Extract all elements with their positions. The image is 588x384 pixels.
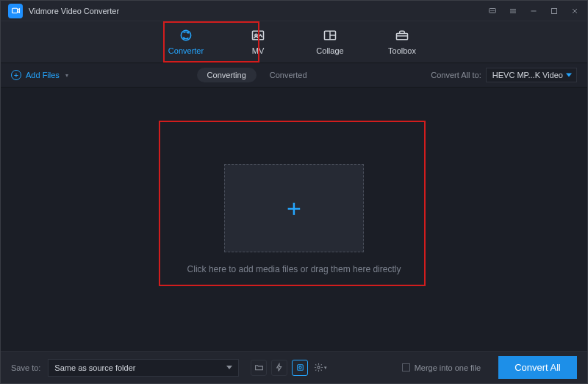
dropzone[interactable]: + Click here to add media files or drag …	[162, 164, 426, 274]
svg-point-21	[299, 366, 301, 369]
sub-bar: Add Files ▾ Converting Converted Convert…	[1, 63, 587, 88]
convert-all-to-select[interactable]: HEVC MP...K Video	[486, 68, 577, 82]
bottom-icon-group: ▾	[251, 360, 329, 376]
svg-point-2	[491, 10, 492, 11]
save-to-label: Save to:	[11, 363, 40, 372]
save-to-select[interactable]: Same as source folder	[48, 359, 239, 377]
convert-all-to: Convert All to: HEVC MP...K Video	[431, 68, 577, 82]
svg-point-3	[492, 10, 493, 11]
app-logo-icon	[8, 4, 23, 18]
feedback-icon[interactable]	[487, 6, 498, 16]
convert-all-button[interactable]: Convert All	[498, 356, 577, 379]
convert-all-to-label: Convert All to:	[431, 71, 481, 79]
sub-tabs: Converting Converted	[197, 68, 318, 82]
tab-collage[interactable]: Collage	[309, 27, 351, 63]
subtab-converting[interactable]: Converting	[197, 68, 257, 82]
main-tabs: Converter MV Collage Toolbox	[1, 21, 587, 63]
add-files-button[interactable]: Add Files ▾	[11, 70, 68, 80]
svg-rect-0	[12, 8, 17, 13]
tab-toolbox[interactable]: Toolbox	[381, 27, 423, 63]
main-area: + Click here to add media files or drag …	[1, 88, 587, 351]
svg-rect-20	[298, 365, 304, 371]
bottom-bar: Save to: Same as source folder ▾ Merge i…	[1, 351, 587, 383]
convert-all-to-value: HEVC MP...K Video	[492, 71, 563, 79]
merge-checkbox[interactable]: Merge into one file	[402, 363, 481, 372]
plus-circle-icon	[11, 70, 21, 80]
tab-mv-label: MV	[252, 46, 265, 55]
maximize-icon[interactable]	[549, 6, 559, 16]
svg-point-22	[318, 366, 320, 369]
open-folder-icon[interactable]	[251, 360, 267, 376]
add-files-label: Add Files	[26, 71, 60, 79]
app-title: Vidmore Video Converter	[29, 7, 119, 15]
hw-accel-off-icon[interactable]	[271, 360, 287, 376]
checkbox-icon	[402, 363, 410, 371]
app-window: Vidmore Video Converter Converter MV	[0, 0, 588, 384]
toolbox-icon	[394, 27, 410, 43]
titlebar: Vidmore Video Converter	[1, 1, 587, 21]
gpu-icon[interactable]	[292, 360, 308, 376]
tab-mv[interactable]: MV	[237, 27, 279, 63]
chevron-down-icon: ▾	[65, 72, 68, 79]
tab-toolbox-label: Toolbox	[388, 46, 416, 55]
window-controls	[487, 6, 580, 16]
svg-point-4	[494, 10, 495, 11]
tab-converter-label: Converter	[168, 46, 204, 55]
save-to-value: Same as source folder	[54, 363, 135, 372]
merge-label: Merge into one file	[415, 363, 481, 372]
svg-rect-9	[552, 8, 557, 13]
dropdown-triangle-icon	[226, 366, 232, 369]
tab-collage-label: Collage	[316, 46, 343, 55]
converter-icon	[178, 27, 194, 43]
svg-rect-18	[397, 34, 408, 40]
collage-icon	[322, 27, 338, 43]
close-icon[interactable]	[570, 6, 580, 16]
dropbox[interactable]: +	[224, 164, 364, 252]
dropdown-triangle-icon	[566, 74, 572, 77]
menu-icon[interactable]	[508, 6, 518, 16]
plus-icon: +	[287, 196, 301, 221]
mv-icon	[250, 27, 266, 43]
tab-converter[interactable]: Converter	[165, 27, 207, 63]
settings-gear-icon[interactable]: ▾	[312, 360, 329, 376]
dropzone-caption: Click here to add media files or drag th…	[162, 264, 426, 274]
subtab-converted[interactable]: Converted	[259, 68, 318, 82]
minimize-icon[interactable]	[528, 6, 539, 16]
